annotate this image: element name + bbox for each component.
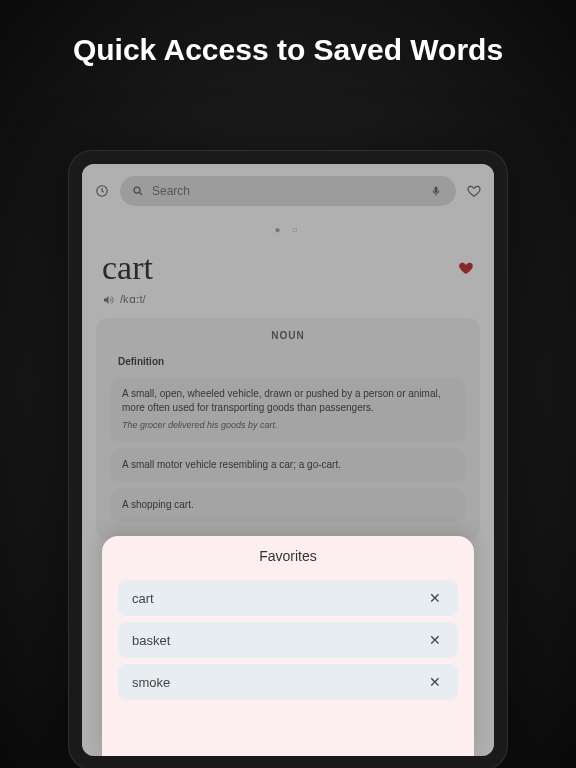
definition-text: A small motor vehicle resembling a car; … — [122, 458, 454, 472]
svg-line-2 — [140, 193, 143, 196]
favorite-word: cart — [132, 591, 154, 606]
definitions-card: NOUN Definition A small, open, wheeled v… — [96, 318, 480, 540]
favorite-heart-icon[interactable] — [458, 260, 474, 276]
mic-icon[interactable] — [428, 183, 444, 199]
definition-block: A shopping cart. — [110, 488, 466, 522]
tablet-screen: Search ● ○ cart — [82, 164, 494, 756]
pronunciation-row: /kɑːt/ — [82, 291, 494, 318]
definition-block: A small, open, wheeled vehicle, drawn or… — [110, 377, 466, 442]
search-icon — [132, 185, 144, 197]
search-input[interactable]: Search — [120, 176, 456, 206]
definition-text: A shopping cart. — [122, 498, 454, 512]
pronunciation-text: /kɑːt/ — [120, 293, 146, 306]
favorite-item[interactable]: smoke ✕ — [118, 664, 458, 700]
promo-title: Quick Access to Saved Words — [0, 0, 576, 89]
definition-block: A small motor vehicle resembling a car; … — [110, 448, 466, 482]
remove-favorite-icon[interactable]: ✕ — [426, 632, 444, 648]
favorite-word: basket — [132, 633, 170, 648]
favorite-item[interactable]: cart ✕ — [118, 580, 458, 616]
remove-favorite-icon[interactable]: ✕ — [426, 674, 444, 690]
page-indicator: ● ○ — [82, 214, 494, 241]
definition-text: A small, open, wheeled vehicle, drawn or… — [122, 387, 454, 415]
word-title: cart — [102, 249, 153, 287]
favorites-title: Favorites — [118, 548, 458, 574]
svg-point-1 — [134, 187, 140, 193]
part-of-speech: NOUN — [110, 330, 466, 351]
favorite-item[interactable]: basket ✕ — [118, 622, 458, 658]
audio-icon[interactable] — [102, 294, 114, 306]
tab-definition[interactable]: Definition — [110, 352, 172, 371]
search-placeholder: Search — [152, 184, 420, 198]
favorites-sheet: Favorites cart ✕ basket ✕ smoke ✕ — [102, 536, 474, 756]
history-icon[interactable] — [94, 183, 110, 199]
favorites-icon[interactable] — [466, 183, 482, 199]
remove-favorite-icon[interactable]: ✕ — [426, 590, 444, 606]
tablet-frame: Search ● ○ cart — [68, 150, 508, 768]
svg-rect-3 — [435, 187, 438, 193]
favorite-word: smoke — [132, 675, 170, 690]
definition-example: The grocer delivered his goods by cart. — [122, 419, 454, 432]
word-header: cart — [82, 241, 494, 291]
top-bar: Search — [82, 164, 494, 214]
